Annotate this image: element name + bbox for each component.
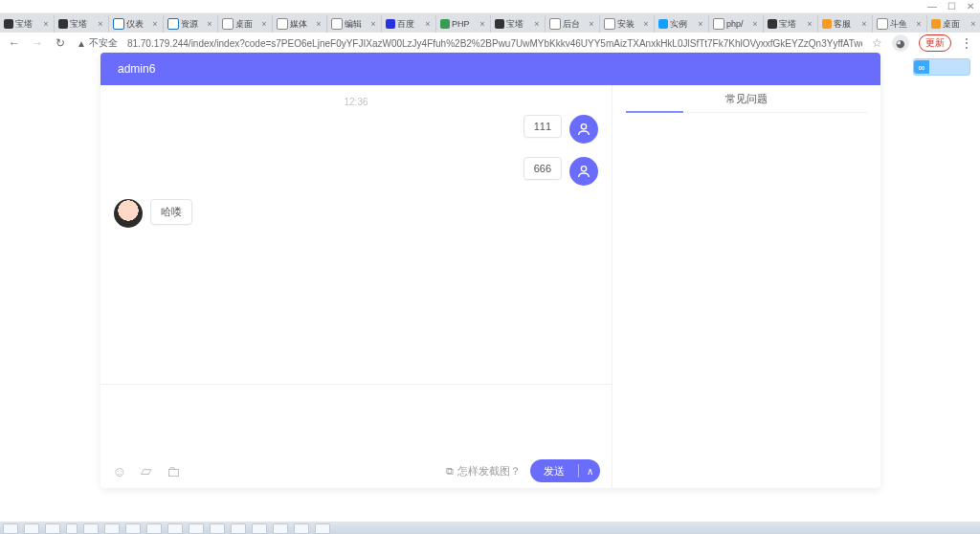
browser-tab[interactable]: 桌面× bbox=[927, 15, 980, 33]
browser-tab[interactable]: 宝塔× bbox=[55, 15, 109, 33]
tab-close-icon[interactable]: × bbox=[806, 19, 813, 29]
taskbar-item[interactable] bbox=[231, 523, 246, 534]
window-close-button[interactable]: ✕ bbox=[965, 2, 976, 11]
browser-tab[interactable]: 实例× bbox=[655, 15, 709, 33]
taskbar-item[interactable] bbox=[3, 523, 18, 534]
security-indicator[interactable]: ▲ 不安全 bbox=[77, 36, 118, 50]
floating-cloud-widget[interactable]: ∞ bbox=[913, 58, 970, 76]
taskbar-item[interactable] bbox=[45, 523, 60, 534]
taskbar-item[interactable] bbox=[83, 523, 99, 534]
tab-close-icon[interactable]: × bbox=[151, 19, 159, 29]
message-row: 111 bbox=[114, 115, 598, 144]
message-bubble: 111 bbox=[523, 115, 562, 138]
taskbar-item[interactable] bbox=[252, 523, 267, 534]
address-bar[interactable]: 81.70.179.244/index/index?code=s7PEO6eLj… bbox=[127, 38, 862, 49]
taskbar-item[interactable] bbox=[24, 523, 39, 534]
browser-tab[interactable]: 媒体× bbox=[273, 15, 327, 33]
tab-close-icon[interactable]: × bbox=[479, 19, 486, 29]
chat-main-column: 12:36 111666哈喽 ☺ ▱ 🗀 ⧉ bbox=[100, 85, 612, 488]
tab-close-icon[interactable]: × bbox=[206, 19, 213, 29]
taskbar-item[interactable] bbox=[189, 523, 204, 534]
browser-menu-button[interactable]: ⋮ bbox=[961, 36, 972, 50]
browser-tab[interactable]: 资源× bbox=[164, 15, 218, 33]
update-button[interactable]: 更新 bbox=[919, 34, 951, 52]
tab-close-icon[interactable]: × bbox=[915, 19, 923, 29]
message-bubble: 666 bbox=[523, 157, 562, 180]
os-taskbar[interactable] bbox=[0, 522, 980, 534]
tab-favicon bbox=[58, 19, 68, 29]
tab-label: PHP bbox=[452, 19, 479, 29]
taskbar-item[interactable] bbox=[210, 523, 225, 534]
tab-close-icon[interactable]: × bbox=[588, 19, 595, 29]
browser-tab[interactable]: 宝塔× bbox=[764, 15, 818, 33]
taskbar-item[interactable] bbox=[294, 523, 309, 534]
browser-toolbar: ← → ↻ ▲ 不安全 81.70.179.244/index/index?co… bbox=[0, 33, 980, 55]
tab-close-icon[interactable]: × bbox=[642, 19, 650, 29]
browser-tab[interactable]: 仪表× bbox=[109, 15, 164, 33]
browser-tab[interactable]: 编辑× bbox=[327, 15, 382, 33]
browser-tab[interactable]: 斗鱼× bbox=[873, 15, 927, 33]
tab-close-icon[interactable]: × bbox=[260, 19, 268, 29]
tab-label: 安装 bbox=[617, 18, 642, 31]
taskbar-item[interactable] bbox=[104, 523, 120, 534]
chat-header-title: admin6 bbox=[118, 62, 155, 76]
tab-label: 百度 bbox=[397, 18, 424, 31]
tab-close-icon[interactable]: × bbox=[42, 19, 50, 29]
tab-close-icon[interactable]: × bbox=[751, 19, 759, 29]
svg-point-1 bbox=[581, 167, 586, 171]
tab-label: 后台 bbox=[563, 18, 588, 31]
taskbar-item[interactable] bbox=[66, 523, 78, 534]
tab-close-icon[interactable]: × bbox=[533, 19, 541, 29]
tab-close-icon[interactable]: × bbox=[369, 19, 377, 29]
tab-label: 宝塔 bbox=[779, 18, 806, 31]
browser-tab[interactable]: 宝塔× bbox=[0, 15, 55, 33]
browser-tabstrip: 宝塔×宝塔×仪表×资源×桌面×媒体×编辑×百度×PHP×宝塔×后台×安装×实例×… bbox=[0, 13, 980, 33]
message-row: 哈喽 bbox=[114, 199, 598, 228]
chat-header: admin6 bbox=[100, 53, 880, 85]
message-composer: ☺ ▱ 🗀 ⧉ 怎样发截图？ 发送 ∧ bbox=[100, 384, 612, 488]
message-input[interactable] bbox=[100, 385, 612, 454]
browser-tab[interactable]: 百度× bbox=[382, 15, 436, 33]
emoji-icon[interactable]: ☺ bbox=[112, 463, 127, 478]
browser-tab[interactable]: 桌面× bbox=[218, 15, 273, 33]
nav-reload-button[interactable]: ↻ bbox=[54, 36, 67, 50]
taskbar-item[interactable] bbox=[273, 523, 288, 534]
tab-favicon bbox=[495, 19, 504, 29]
bookmark-star-icon[interactable]: ☆ bbox=[872, 36, 882, 50]
screenshot-hint[interactable]: ⧉ 怎样发截图？ bbox=[446, 464, 521, 478]
nav-forward-button[interactable]: → bbox=[31, 36, 44, 50]
window-minimize-button[interactable]: — bbox=[926, 2, 938, 11]
tab-favicon bbox=[768, 19, 777, 29]
browser-tab[interactable]: 后台× bbox=[546, 15, 600, 33]
taskbar-item[interactable] bbox=[315, 523, 330, 534]
tab-favicon bbox=[222, 18, 234, 30]
browser-tab[interactable]: PHP× bbox=[436, 15, 491, 33]
message-row: 666 bbox=[114, 157, 598, 186]
tab-close-icon[interactable]: × bbox=[860, 19, 868, 29]
taskbar-item[interactable] bbox=[167, 523, 183, 534]
tab-label: 宝塔 bbox=[506, 18, 533, 31]
tab-close-icon[interactable]: × bbox=[97, 19, 104, 29]
taskbar-item[interactable] bbox=[146, 523, 162, 534]
tab-close-icon[interactable]: × bbox=[697, 19, 704, 29]
browser-tab[interactable]: php/× bbox=[709, 15, 764, 33]
message-list[interactable]: 12:36 111666哈喽 bbox=[100, 85, 612, 384]
tab-close-icon[interactable]: × bbox=[969, 19, 977, 29]
browser-tab[interactable]: 安装× bbox=[600, 15, 655, 33]
send-button[interactable]: 发送 ∧ bbox=[530, 459, 600, 482]
folder-icon[interactable]: 🗀 bbox=[166, 463, 181, 478]
window-maximize-button[interactable]: ☐ bbox=[946, 2, 957, 11]
browser-tab[interactable]: 宝塔× bbox=[491, 15, 546, 33]
tab-favicon bbox=[549, 18, 561, 30]
svg-point-0 bbox=[581, 124, 586, 129]
image-icon[interactable]: ▱ bbox=[139, 463, 154, 478]
tab-close-icon[interactable]: × bbox=[424, 19, 432, 29]
cloud-icon: ∞ bbox=[914, 60, 929, 74]
taskbar-item[interactable] bbox=[125, 523, 141, 534]
profile-avatar-button[interactable]: ◕ bbox=[892, 34, 909, 52]
tab-favicon bbox=[658, 19, 668, 29]
nav-back-button[interactable]: ← bbox=[8, 36, 21, 50]
browser-tab[interactable]: 客服× bbox=[818, 15, 873, 33]
tab-close-icon[interactable]: × bbox=[315, 19, 323, 29]
send-button-caret[interactable]: ∧ bbox=[579, 466, 600, 477]
